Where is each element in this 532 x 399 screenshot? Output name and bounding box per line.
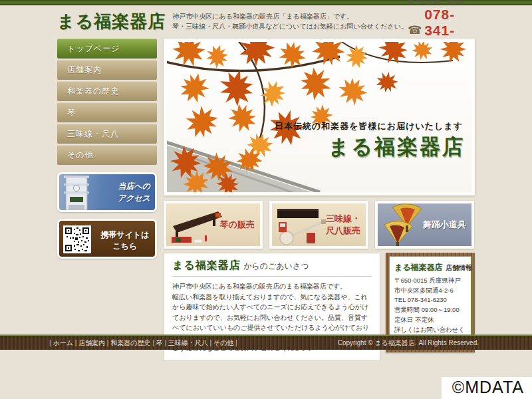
- store-tel: TEL 078-341-6230: [394, 295, 466, 305]
- store-info-heading-logo: まる福楽器店: [394, 263, 443, 272]
- sidebar: トップページ 店舗案内 和楽器の歴史 琴 三味線・尺八 その他 当店への ア: [57, 39, 157, 361]
- greeting-heading-logo: まる福楽器店: [172, 259, 241, 271]
- greeting-heading: まる福楽器店 からのごあいさつ: [172, 259, 372, 277]
- mdata-watermark: ©MDATA: [442, 377, 532, 399]
- koto-sales-label: 琴の販売: [220, 219, 255, 231]
- sidebar-item-wagakki-history[interactable]: 和楽器の歴史: [57, 81, 157, 101]
- footer-link-shamisen-shakuhachi[interactable]: 三味線・尺八: [164, 339, 207, 346]
- footer: ホーム 店舗案内 和楽器の歴史 琴 三味線・尺八 その他 Copyright ©…: [0, 334, 532, 350]
- footer-link-koto[interactable]: 琴: [152, 339, 162, 346]
- shamisen-sales-label-line2: 尺八販売: [326, 225, 360, 237]
- footer-link-others[interactable]: その他: [210, 339, 234, 346]
- header: まる福楽器店 神戸市中央区にある和楽器の販売店「まる福楽器店」です。 琴・三味線…: [57, 5, 475, 36]
- shamisen-photo-icon: [272, 203, 333, 246]
- tagline-line1: 神戸市中央区にある和楽器の販売店「まる福楽器店」です。: [172, 11, 408, 22]
- sidebar-item-others[interactable]: その他: [57, 145, 157, 165]
- footer-links: ホーム 店舗案内 和楽器の歴史 琴 三味線・尺八 その他: [49, 338, 237, 348]
- contact-note: お問い合せは（受付時間 平日 9:00～19:00）: [408, 0, 473, 6]
- shamisen-sales-label-line1: 三味線・: [326, 213, 360, 225]
- dance-props-label: 舞踊小道具: [423, 219, 466, 231]
- tagline-line2: 琴・三味線・尺八・舞踊小道具などについてはお気軽にお問い合せください。: [172, 21, 408, 32]
- shamisen-shakuhachi-sales-banner[interactable]: 三味線・ 尺八販売: [269, 201, 368, 249]
- access-banner-line1: 当店への: [118, 180, 150, 192]
- mobile-site-banner[interactable]: 携帯サイトは こちら: [57, 219, 157, 259]
- sidebar-item-shamisen-shakuhachi[interactable]: 三味線・尺八: [57, 124, 157, 144]
- qr-code: [63, 225, 91, 253]
- dance-props-banner[interactable]: 舞踊小道具: [375, 201, 474, 249]
- footer-link-wagakki-history[interactable]: 和楽器の歴史: [107, 339, 151, 346]
- store-hours: 営業時間 09:00～19:00: [394, 305, 466, 315]
- store-info-heading-text: 店舗情報: [446, 264, 472, 271]
- copyright-text: Copyright © まる福楽器店. All Rights Reserved.: [338, 338, 479, 348]
- footer-link-store-guide[interactable]: 店舗案内: [75, 339, 105, 346]
- store-info-heading: まる福楽器店 店舗情報: [394, 261, 466, 273]
- site-tagline: 神戸市中央区にある和楽器の販売店「まる福楽器店」です。 琴・三味線・尺八・舞踊小…: [172, 11, 408, 32]
- sidebar-item-top-page[interactable]: トップページ: [57, 39, 157, 59]
- greeting-heading-text: からのごあいさつ: [243, 261, 309, 271]
- access-banner-line2: アクセス: [118, 192, 150, 204]
- hero-logo: まる福楽器店: [329, 133, 465, 161]
- hero-image: 日本伝統の和楽器を皆様にお届けいたします まる福楽器店: [164, 39, 475, 196]
- autumn-maple-scene: [167, 42, 471, 192]
- site-logo: まる福楽器店: [57, 10, 166, 33]
- koto-sales-banner[interactable]: 琴の販売: [164, 201, 263, 249]
- main-content: 日本伝統の和楽器を皆様にお届けいたします まる福楽器店: [164, 39, 475, 361]
- storefront-photo-icon: [59, 174, 100, 210]
- hero-catchphrase: 日本伝統の和楽器を皆様にお届けいたします: [275, 120, 463, 132]
- footer-link-home[interactable]: ホーム: [49, 339, 73, 346]
- greeting-paragraph-1: 神戸市中央区にある和楽器の販売店のまる福楽器店です。: [172, 281, 372, 292]
- store-address: 〒650-0015 兵庫県神戸市中央区多聞通4-2-6: [394, 276, 466, 295]
- access-banner[interactable]: 当店への アクセス: [57, 172, 157, 212]
- mobile-banner-line2: こちら: [96, 241, 154, 252]
- mobile-banner-line1: 携帯サイトは: [96, 229, 154, 241]
- koto-photo-icon: [166, 203, 226, 246]
- sidebar-item-koto[interactable]: 琴: [57, 102, 157, 122]
- sidebar-item-store-guide[interactable]: 店舗案内: [57, 60, 157, 80]
- store-closed-days: 定休日 不定休: [394, 315, 466, 325]
- product-banners: 琴の販売 三味線・: [164, 201, 475, 249]
- phone-icon: ☎: [408, 25, 422, 36]
